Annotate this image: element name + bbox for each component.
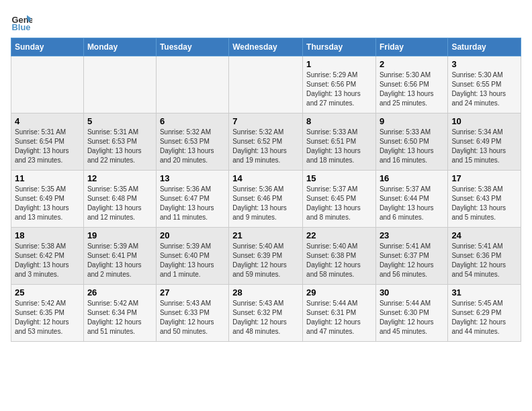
day-info: Sunrise: 5:41 AM Sunset: 6:36 PM Dayligh…: [451, 242, 517, 279]
calendar-cell: 24Sunrise: 5:41 AM Sunset: 6:36 PM Dayli…: [448, 228, 521, 285]
day-info: Sunrise: 5:31 AM Sunset: 6:54 PM Dayligh…: [15, 128, 80, 165]
day-number: 19: [87, 230, 152, 240]
calendar-cell: 18Sunrise: 5:38 AM Sunset: 6:42 PM Dayli…: [11, 228, 84, 285]
calendar-week-3: 11Sunrise: 5:35 AM Sunset: 6:49 PM Dayli…: [11, 171, 521, 228]
day-info: Sunrise: 5:40 AM Sunset: 6:38 PM Dayligh…: [306, 242, 372, 279]
day-number: 8: [306, 116, 372, 126]
day-number: 26: [87, 287, 152, 298]
day-info: Sunrise: 5:32 AM Sunset: 6:53 PM Dayligh…: [160, 128, 225, 165]
day-info: Sunrise: 5:37 AM Sunset: 6:45 PM Dayligh…: [306, 185, 372, 222]
day-number: 16: [380, 173, 444, 183]
calendar-cell: 30Sunrise: 5:44 AM Sunset: 6:30 PM Dayli…: [375, 285, 447, 342]
day-info: Sunrise: 5:39 AM Sunset: 6:40 PM Dayligh…: [160, 242, 225, 279]
day-number: 2: [380, 59, 444, 69]
weekday-header-row: SundayMondayTuesdayWednesdayThursdayFrid…: [11, 38, 521, 56]
calendar-cell: 7Sunrise: 5:32 AM Sunset: 6:52 PM Daylig…: [229, 113, 303, 171]
day-number: 22: [306, 230, 372, 240]
calendar-cell: 13Sunrise: 5:36 AM Sunset: 6:47 PM Dayli…: [156, 171, 228, 228]
svg-text:Blue: Blue: [12, 22, 31, 32]
calendar-cell: 20Sunrise: 5:39 AM Sunset: 6:40 PM Dayli…: [156, 228, 228, 285]
day-info: Sunrise: 5:33 AM Sunset: 6:51 PM Dayligh…: [306, 128, 372, 165]
calendar-cell: 5Sunrise: 5:31 AM Sunset: 6:53 PM Daylig…: [83, 113, 156, 171]
calendar-cell: 10Sunrise: 5:34 AM Sunset: 6:49 PM Dayli…: [448, 113, 521, 171]
day-info: Sunrise: 5:30 AM Sunset: 6:55 PM Dayligh…: [451, 71, 517, 108]
day-info: Sunrise: 5:38 AM Sunset: 6:43 PM Dayligh…: [451, 185, 517, 222]
day-number: 3: [451, 59, 517, 69]
day-number: 1: [306, 59, 372, 69]
day-info: Sunrise: 5:31 AM Sunset: 6:53 PM Dayligh…: [87, 128, 152, 165]
day-number: 11: [15, 173, 80, 183]
day-number: 25: [15, 287, 80, 298]
day-number: 15: [306, 173, 372, 183]
calendar-cell: 11Sunrise: 5:35 AM Sunset: 6:49 PM Dayli…: [11, 171, 84, 228]
weekday-header-tuesday: Tuesday: [156, 38, 228, 56]
day-number: 10: [451, 116, 517, 126]
day-number: 20: [160, 230, 225, 240]
day-number: 27: [160, 287, 225, 298]
calendar-cell: 19Sunrise: 5:39 AM Sunset: 6:41 PM Dayli…: [83, 228, 156, 285]
calendar-table: SundayMondayTuesdayWednesdayThursdayFrid…: [11, 38, 521, 342]
day-number: 7: [232, 116, 299, 126]
calendar-cell: 21Sunrise: 5:40 AM Sunset: 6:39 PM Dayli…: [229, 228, 303, 285]
calendar-cell: 28Sunrise: 5:43 AM Sunset: 6:32 PM Dayli…: [229, 285, 303, 342]
day-info: Sunrise: 5:32 AM Sunset: 6:52 PM Dayligh…: [232, 128, 299, 165]
day-info: Sunrise: 5:43 AM Sunset: 6:33 PM Dayligh…: [160, 299, 225, 336]
day-info: Sunrise: 5:43 AM Sunset: 6:32 PM Dayligh…: [232, 299, 299, 336]
day-info: Sunrise: 5:41 AM Sunset: 6:37 PM Dayligh…: [380, 242, 444, 279]
calendar-cell: 6Sunrise: 5:32 AM Sunset: 6:53 PM Daylig…: [156, 113, 228, 171]
day-number: 4: [15, 116, 80, 126]
weekday-header-friday: Friday: [375, 38, 447, 56]
calendar-cell: [229, 56, 303, 113]
day-number: 14: [232, 173, 299, 183]
day-info: Sunrise: 5:36 AM Sunset: 6:47 PM Dayligh…: [160, 185, 225, 222]
day-info: Sunrise: 5:39 AM Sunset: 6:41 PM Dayligh…: [87, 242, 152, 279]
day-info: Sunrise: 5:44 AM Sunset: 6:30 PM Dayligh…: [380, 299, 444, 336]
day-number: 9: [380, 116, 444, 126]
calendar-cell: 22Sunrise: 5:40 AM Sunset: 6:38 PM Dayli…: [303, 228, 376, 285]
calendar-body: 1Sunrise: 5:29 AM Sunset: 6:56 PM Daylig…: [11, 56, 521, 342]
calendar-cell: 3Sunrise: 5:30 AM Sunset: 6:55 PM Daylig…: [448, 56, 521, 113]
day-number: 5: [87, 116, 152, 126]
day-number: 21: [232, 230, 299, 240]
calendar-cell: 17Sunrise: 5:38 AM Sunset: 6:43 PM Dayli…: [448, 171, 521, 228]
logo: General Blue: [11, 11, 32, 32]
calendar-cell: 1Sunrise: 5:29 AM Sunset: 6:56 PM Daylig…: [303, 56, 376, 113]
day-info: Sunrise: 5:35 AM Sunset: 6:48 PM Dayligh…: [87, 185, 152, 222]
day-info: Sunrise: 5:40 AM Sunset: 6:39 PM Dayligh…: [232, 242, 299, 279]
calendar-cell: 15Sunrise: 5:37 AM Sunset: 6:45 PM Dayli…: [303, 171, 376, 228]
calendar-cell: 25Sunrise: 5:42 AM Sunset: 6:35 PM Dayli…: [11, 285, 84, 342]
day-number: 23: [380, 230, 444, 240]
day-info: Sunrise: 5:37 AM Sunset: 6:44 PM Dayligh…: [380, 185, 444, 222]
day-info: Sunrise: 5:33 AM Sunset: 6:50 PM Dayligh…: [380, 128, 444, 165]
calendar-week-2: 4Sunrise: 5:31 AM Sunset: 6:54 PM Daylig…: [11, 113, 521, 171]
calendar-cell: 29Sunrise: 5:44 AM Sunset: 6:31 PM Dayli…: [303, 285, 376, 342]
day-info: Sunrise: 5:44 AM Sunset: 6:31 PM Dayligh…: [306, 299, 372, 336]
calendar-cell: 12Sunrise: 5:35 AM Sunset: 6:48 PM Dayli…: [83, 171, 156, 228]
day-number: 31: [451, 287, 517, 298]
calendar-cell: 9Sunrise: 5:33 AM Sunset: 6:50 PM Daylig…: [375, 113, 447, 171]
calendar-cell: [11, 56, 84, 113]
calendar-cell: 4Sunrise: 5:31 AM Sunset: 6:54 PM Daylig…: [11, 113, 84, 171]
day-info: Sunrise: 5:38 AM Sunset: 6:42 PM Dayligh…: [15, 242, 80, 279]
weekday-header-wednesday: Wednesday: [229, 38, 303, 56]
logo-icon: General Blue: [11, 11, 32, 32]
day-number: 17: [451, 173, 517, 183]
calendar-week-5: 25Sunrise: 5:42 AM Sunset: 6:35 PM Dayli…: [11, 285, 521, 342]
calendar-week-1: 1Sunrise: 5:29 AM Sunset: 6:56 PM Daylig…: [11, 56, 521, 113]
day-number: 6: [160, 116, 225, 126]
day-info: Sunrise: 5:34 AM Sunset: 6:49 PM Dayligh…: [451, 128, 517, 165]
calendar-cell: 14Sunrise: 5:36 AM Sunset: 6:46 PM Dayli…: [229, 171, 303, 228]
header: General Blue: [11, 11, 521, 32]
day-number: 18: [15, 230, 80, 240]
day-info: Sunrise: 5:42 AM Sunset: 6:35 PM Dayligh…: [15, 299, 80, 336]
weekday-header-monday: Monday: [83, 38, 156, 56]
day-number: 29: [306, 287, 372, 298]
day-info: Sunrise: 5:30 AM Sunset: 6:56 PM Dayligh…: [380, 71, 444, 108]
calendar-cell: 2Sunrise: 5:30 AM Sunset: 6:56 PM Daylig…: [375, 56, 447, 113]
day-number: 12: [87, 173, 152, 183]
calendar-cell: [156, 56, 228, 113]
weekday-header-sunday: Sunday: [11, 38, 84, 56]
calendar-cell: 27Sunrise: 5:43 AM Sunset: 6:33 PM Dayli…: [156, 285, 228, 342]
day-number: 13: [160, 173, 225, 183]
day-info: Sunrise: 5:42 AM Sunset: 6:34 PM Dayligh…: [87, 299, 152, 336]
